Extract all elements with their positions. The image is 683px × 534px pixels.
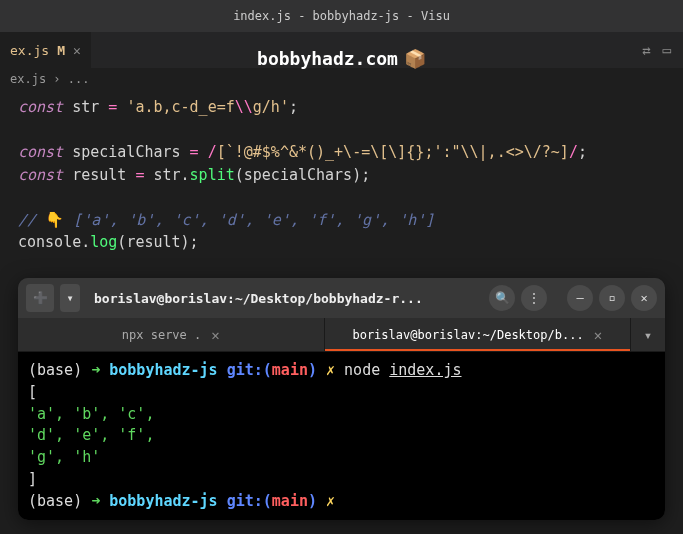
terminal-tab-1[interactable]: npx serve . ✕	[18, 318, 325, 351]
search-icon: 🔍	[495, 291, 510, 305]
code-line-6: // 👇 ['a', 'b', 'c', 'd', 'e', 'f', 'g',…	[18, 209, 665, 232]
code-line-7: console.log(result);	[18, 231, 665, 254]
minimize-button[interactable]: –	[567, 285, 593, 311]
cube-icon: 📦	[404, 48, 426, 69]
watermark: bobbyhadz.com 📦	[257, 48, 426, 69]
plus-icon: ➕	[33, 291, 48, 305]
vscode-title-bar: index.js - bobbyhadz-js - Visu	[0, 0, 683, 32]
prompt-line-1: (base) ➜ bobbyhadz-js git:(main) ✗ node …	[28, 360, 655, 382]
terminal-tab-label: npx serve .	[122, 328, 201, 342]
terminal-tab-close-icon[interactable]: ✕	[211, 327, 219, 343]
breadcrumb-file: ex.js	[10, 72, 46, 86]
terminal-tab-close-icon[interactable]: ✕	[594, 327, 602, 343]
split-editor-icon[interactable]: ▭	[663, 42, 671, 58]
terminal-window: ➕ ▾ borislav@borislav:~/Desktop/bobbyhad…	[18, 278, 665, 520]
new-tab-dropdown[interactable]: ▾	[60, 284, 80, 312]
kebab-icon: ⋮	[528, 291, 540, 305]
terminal-titlebar: ➕ ▾ borislav@borislav:~/Desktop/bobbyhad…	[18, 278, 665, 318]
terminal-tab-label: borislav@borislav:~/Desktop/b...	[352, 328, 583, 342]
terminal-title: borislav@borislav:~/Desktop/bobbyhadz-r.…	[86, 291, 483, 306]
output-row-1: 'a', 'b', 'c',	[28, 404, 655, 426]
close-button[interactable]: ✕	[631, 285, 657, 311]
code-line-3: const specialChars = /[`!@#$%^&*()_+\-=\…	[18, 141, 665, 164]
tab-close-icon[interactable]: ✕	[73, 43, 81, 58]
watermark-text: bobbyhadz.com	[257, 48, 398, 69]
minimize-icon: –	[576, 291, 583, 305]
terminal-tab-menu[interactable]: ▾	[631, 318, 665, 351]
tab-filename: ex.js	[10, 43, 49, 58]
editor-tab-index-js[interactable]: ex.js M ✕	[0, 32, 91, 68]
new-tab-button[interactable]: ➕	[26, 284, 54, 312]
chevron-down-icon: ▾	[66, 291, 73, 305]
breadcrumb-dots: ...	[68, 72, 90, 86]
tab-modified-badge: M	[57, 43, 65, 58]
output-row-3: 'g', 'h'	[28, 447, 655, 469]
chevron-down-icon: ▾	[644, 327, 652, 343]
breadcrumb[interactable]: ex.js › ...	[0, 68, 683, 90]
code-editor[interactable]: const str = 'a.b,c-d_e=f\\g/h'; const sp…	[0, 90, 683, 260]
compare-changes-icon[interactable]: ⇄	[642, 42, 650, 58]
close-icon: ✕	[640, 291, 647, 305]
editor-toolbar-right: ⇄ ▭	[642, 42, 683, 58]
code-line-4: const result = str.split(specialChars);	[18, 164, 665, 187]
terminal-tab-2[interactable]: borislav@borislav:~/Desktop/b... ✕	[325, 318, 632, 351]
breadcrumb-sep: ›	[53, 72, 60, 86]
code-line-1: const str = 'a.b,c-d_e=f\\g/h';	[18, 96, 665, 119]
terminal-tab-bar: npx serve . ✕ borislav@borislav:~/Deskto…	[18, 318, 665, 352]
window-title: index.js - bobbyhadz-js - Visu	[233, 9, 450, 23]
output-row-2: 'd', 'e', 'f',	[28, 425, 655, 447]
prompt-line-2: (base) ➜ bobbyhadz-js git:(main) ✗	[28, 491, 655, 513]
search-button[interactable]: 🔍	[489, 285, 515, 311]
terminal-output[interactable]: (base) ➜ bobbyhadz-js git:(main) ✗ node …	[18, 352, 665, 520]
menu-button[interactable]: ⋮	[521, 285, 547, 311]
output-bracket-open: [	[28, 382, 655, 404]
output-bracket-close: ]	[28, 469, 655, 491]
maximize-button[interactable]: ▫	[599, 285, 625, 311]
maximize-icon: ▫	[608, 291, 615, 305]
